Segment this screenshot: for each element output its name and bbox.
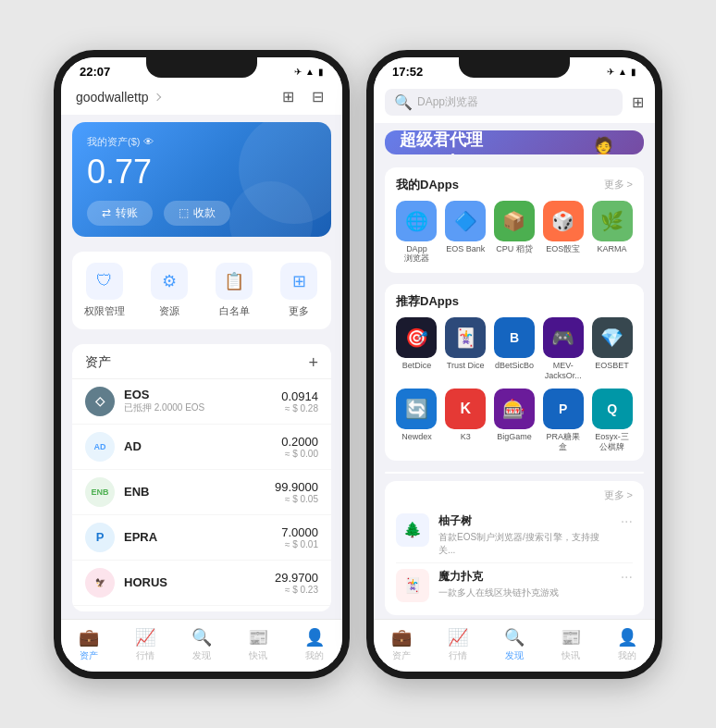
recommended-row-1: 🎯 BetDice 🃏 Trust Dice B dBetSicBo 🎮 MEV… bbox=[396, 317, 633, 381]
receive-icon: ⬚ bbox=[179, 206, 189, 219]
eosbet[interactable]: 💎 EOSBET bbox=[591, 317, 633, 381]
search-input[interactable]: 🔍 DApp浏览器 bbox=[385, 89, 623, 116]
new-apps-more[interactable]: 更多 > bbox=[604, 488, 633, 502]
dbet-sicbo[interactable]: B dBetSicBo bbox=[494, 317, 536, 381]
transfer-button[interactable]: ⇄ 转账 bbox=[87, 201, 153, 226]
pra[interactable]: P PRA糖果盒 bbox=[542, 389, 584, 452]
newdex-label: Newdex bbox=[401, 432, 432, 442]
asset-row-enb[interactable]: ENB ENB 99.9000 ≈ $ 0.05 bbox=[72, 470, 331, 515]
balance-label: 我的资产($) 👁 bbox=[87, 135, 316, 149]
trust-dice[interactable]: 🃏 Trust Dice bbox=[445, 317, 487, 381]
nav-market[interactable]: 📈 行情 bbox=[117, 627, 174, 662]
assets-nav-label: 资产 bbox=[80, 649, 98, 662]
betdice-icon: 🎯 bbox=[396, 317, 437, 358]
tab-daily[interactable]: 日常工... bbox=[629, 472, 644, 473]
yuzushu-icon: 🌲 bbox=[396, 513, 429, 547]
banner-text: 你支持DApp 我们支持你 超级君代理 superdapppxy bbox=[400, 130, 513, 154]
ad-usd: ≈ $ 0.00 bbox=[281, 449, 318, 459]
eos-sicbo[interactable]: 🎲 EOS骰宝 bbox=[542, 201, 584, 265]
eosbet-label: EOSBET bbox=[595, 361, 629, 371]
list-item-yuzushu[interactable]: 🌲 柚子树 首款EOS制户浏览器/搜索引擎，支持搜关... ··· bbox=[396, 508, 633, 563]
shield-icon: 🛡 bbox=[86, 263, 123, 300]
time-2: 17:52 bbox=[392, 65, 423, 79]
menu-item-permissions[interactable]: 🛡 权限管理 bbox=[77, 263, 132, 318]
menu-item-more[interactable]: ⊞ 更多 bbox=[271, 263, 327, 318]
biggame-label: BigGame bbox=[497, 432, 532, 442]
new-apps-section: 更多 > 🌲 柚子树 首款EOS制户浏览器/搜索引擎，支持搜关... ··· 🃏… bbox=[385, 481, 644, 615]
mev-jacks[interactable]: 🎮 MEV-JacksOr... bbox=[542, 317, 584, 381]
my-dapps-more[interactable]: 更多 > bbox=[604, 178, 633, 191]
betdice[interactable]: 🎯 BetDice bbox=[396, 317, 438, 381]
asset-row-eos[interactable]: ◇ EOS 已抵押 2.0000 EOS 0.0914 ≈ $ 0.28 bbox=[72, 379, 331, 425]
eos-bank[interactable]: 🔷 EOS Bank bbox=[445, 201, 487, 265]
tab-new[interactable]: 新品区 bbox=[392, 472, 438, 473]
wallet-name[interactable]: goodwallettp bbox=[76, 90, 160, 105]
profile-nav-icon: 👤 bbox=[304, 627, 325, 648]
tab-entertainment[interactable]: 娱乐游戏 bbox=[438, 472, 493, 473]
tab-mining[interactable]: 挖矿专区 bbox=[574, 472, 629, 473]
trust-dice-icon: 🃏 bbox=[445, 317, 486, 358]
asset-row-epra[interactable]: P EPRA 7.0000 ≈ $ 0.01 bbox=[72, 515, 331, 561]
nav-assets[interactable]: 💼 资产 bbox=[61, 627, 117, 662]
yuzushu-info: 柚子树 首款EOS制户浏览器/搜索引擎，支持搜关... bbox=[438, 513, 611, 557]
menu-label-resources: 资源 bbox=[159, 304, 179, 318]
receive-button[interactable]: ⬚ 收款 bbox=[164, 201, 230, 226]
airplane-icon: ✈ bbox=[294, 67, 302, 77]
list-item-poker[interactable]: 🃏 魔力扑克 一款多人在线区块链扑克游戏 ··· bbox=[396, 563, 633, 608]
assets-title: 资产 bbox=[85, 354, 111, 371]
eos-sub: 已抵押 2.0000 EOS bbox=[124, 401, 281, 414]
karma[interactable]: 🌿 KARMA bbox=[591, 201, 633, 265]
my-dapps-row: 🌐 DApp浏览器 🔷 EOS Bank 📦 CPU 稻贷 🎲 EOS骰宝 🌿 bbox=[396, 201, 633, 265]
layout-icon[interactable]: ⊟ bbox=[307, 87, 327, 107]
eos-bank-label: EOS Bank bbox=[446, 244, 485, 254]
asset-row-horus[interactable]: 🦅 HORUS 29.9700 ≈ $ 0.23 bbox=[72, 561, 331, 606]
more-icon: ⊞ bbox=[280, 263, 317, 300]
menu-item-whitelist[interactable]: 📋 白名单 bbox=[206, 263, 262, 318]
assets2-nav-label: 资产 bbox=[392, 649, 411, 662]
k3[interactable]: K K3 bbox=[445, 389, 487, 452]
tab-finance[interactable]: 财务 bbox=[538, 472, 574, 473]
eos-name: EOS bbox=[124, 388, 281, 401]
status-icons-1: ✈ ▲ ▮ bbox=[294, 67, 324, 77]
nav2-news[interactable]: 📰 快讯 bbox=[542, 627, 599, 662]
epra-value: 7.0000 ≈ $ 0.01 bbox=[281, 525, 318, 549]
whitelist-icon: 📋 bbox=[216, 263, 253, 300]
cpu-rent[interactable]: 📦 CPU 稻贷 bbox=[494, 201, 536, 265]
nav-discover[interactable]: 🔍 发现 bbox=[174, 627, 230, 662]
k3-icon: K bbox=[445, 389, 486, 429]
dbet-icon: B bbox=[494, 317, 535, 358]
promo-banner[interactable]: 你支持DApp 我们支持你 超级君代理 superdapppxy 🧘 bbox=[385, 130, 644, 154]
nav2-discover[interactable]: 🔍 发现 bbox=[487, 627, 543, 662]
eosyx-icon: Q bbox=[592, 389, 633, 429]
resources-icon: ⚙ bbox=[151, 263, 188, 300]
nav-news[interactable]: 📰 快讯 bbox=[229, 627, 286, 662]
asset-row-hvt[interactable]: W HVT 0.6014 bbox=[72, 606, 331, 611]
my-dapps-header: 我的DApps 更多 > bbox=[396, 177, 633, 193]
header-icons: ⊞ ⊟ bbox=[278, 87, 327, 107]
nav2-profile[interactable]: 👤 我的 bbox=[599, 627, 655, 662]
eosyx[interactable]: Q Eosyx-三公棋牌 bbox=[591, 389, 633, 452]
biggame[interactable]: 🎰 BigGame bbox=[494, 389, 536, 452]
scan-icon[interactable]: ⊞ bbox=[632, 93, 644, 111]
nav-profile[interactable]: 👤 我的 bbox=[286, 627, 342, 662]
enb-amount: 99.9000 bbox=[275, 480, 318, 494]
qr-scan-icon[interactable]: ⊞ bbox=[278, 87, 298, 107]
assets-header: 资产 + bbox=[72, 344, 331, 379]
phone-2-screen: 17:52 ✈ ▲ ▮ 🔍 DApp浏览器 ⊞ 你支持DApp 我们支持你 超级… bbox=[374, 57, 655, 672]
menu-item-resources[interactable]: ⚙ 资源 bbox=[142, 263, 197, 318]
menu-label-permissions: 权限管理 bbox=[84, 304, 125, 318]
status-icons-2: ✈ ▲ ▮ bbox=[607, 67, 636, 77]
airplane-icon-2: ✈ bbox=[607, 67, 614, 77]
balance-actions: ⇄ 转账 ⬚ 收款 bbox=[87, 201, 316, 226]
eye-icon[interactable]: 👁 bbox=[143, 136, 154, 147]
newdex[interactable]: 🔄 Newdex bbox=[396, 389, 438, 452]
dapp-browser[interactable]: 🌐 DApp浏览器 bbox=[396, 201, 438, 265]
add-asset-button[interactable]: + bbox=[308, 353, 318, 373]
asset-row-ad[interactable]: AD AD 0.2000 ≈ $ 0.00 bbox=[72, 425, 331, 470]
epra-amount: 7.0000 bbox=[281, 525, 318, 539]
discover-nav-icon: 🔍 bbox=[191, 627, 212, 648]
tab-exchange[interactable]: 交易所 bbox=[493, 472, 538, 473]
nav2-market[interactable]: 📈 行情 bbox=[430, 627, 487, 662]
eosyx-label: Eosyx-三公棋牌 bbox=[595, 432, 629, 452]
nav2-assets[interactable]: 💼 资产 bbox=[374, 627, 430, 662]
